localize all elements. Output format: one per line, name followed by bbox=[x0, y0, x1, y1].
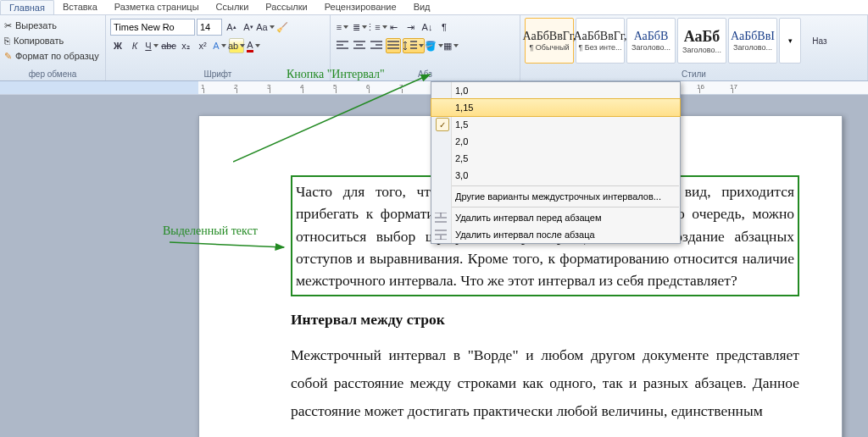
styles-gallery: АаБбВвГг,¶ ОбычныйАаБбВвГг,¶ Без инте...… bbox=[525, 18, 863, 64]
tab-references[interactable]: Ссылки bbox=[208, 0, 258, 14]
highlight-icon[interactable]: ab bbox=[229, 38, 244, 53]
remove-before-icon bbox=[435, 213, 447, 223]
styles-more[interactable]: ▾ bbox=[779, 18, 801, 64]
borders-icon[interactable]: ▦ bbox=[443, 38, 459, 53]
group-clipboard: ✂Вырезать ⎘Копировать ✎Формат по образцу… bbox=[0, 15, 106, 80]
align-justify-icon[interactable] bbox=[386, 38, 401, 53]
dd-more-options[interactable]: Другие варианты междустрочных интервалов… bbox=[431, 188, 680, 205]
bullets-icon[interactable]: ≡ bbox=[335, 19, 350, 35]
grow-font-icon[interactable]: A▴ bbox=[224, 19, 239, 35]
dd-spacing-1_0[interactable]: 1,0 bbox=[431, 82, 680, 99]
change-styles[interactable]: Наз bbox=[803, 18, 837, 64]
dd-spacing-2_0[interactable]: 2,0 bbox=[431, 133, 680, 150]
heading[interactable]: Интервал между строк bbox=[291, 308, 799, 330]
group-styles: АаБбВвГг,¶ ОбычныйАаБбВвГг,¶ Без инте...… bbox=[520, 15, 868, 80]
tab-home[interactable]: Главная bbox=[0, 0, 54, 14]
shrink-font-icon[interactable]: A▾ bbox=[241, 19, 256, 35]
style-item-0[interactable]: АаБбВвГг,¶ Обычный bbox=[525, 18, 574, 64]
show-marks-icon[interactable]: ¶ bbox=[437, 19, 452, 35]
clear-formatting-icon[interactable]: 🧹 bbox=[275, 19, 290, 35]
increase-indent-icon[interactable]: ⇥ bbox=[403, 19, 418, 35]
ribbon: ✂Вырезать ⎘Копировать ✎Формат по образцу… bbox=[0, 15, 868, 81]
multilevel-icon[interactable]: ⋮≡ bbox=[369, 19, 384, 35]
style-item-3[interactable]: АаБбЗаголово... bbox=[677, 18, 726, 64]
align-right-icon[interactable] bbox=[369, 38, 384, 53]
copy-button[interactable]: ⎘Копировать bbox=[4, 33, 101, 48]
style-item-1[interactable]: АаБбВвГг,¶ Без инте... bbox=[576, 18, 625, 64]
tab-review[interactable]: Рецензирование bbox=[316, 0, 405, 14]
style-item-2[interactable]: АаБбВЗаголово... bbox=[626, 18, 676, 64]
scissors-icon: ✂ bbox=[4, 20, 12, 31]
tab-mailings[interactable]: Рассылки bbox=[257, 0, 315, 14]
remove-after-icon bbox=[435, 230, 447, 240]
align-center-icon[interactable] bbox=[352, 38, 367, 53]
group-label-clipboard: фер обмена bbox=[4, 69, 101, 80]
check-icon: ✓ bbox=[436, 118, 449, 131]
format-painter-button[interactable]: ✎Формат по образцу bbox=[4, 48, 101, 64]
shading-icon[interactable]: 🪣 bbox=[426, 38, 442, 53]
strike-button[interactable]: abc bbox=[161, 38, 176, 53]
svg-line-1 bbox=[170, 242, 284, 247]
align-left-icon[interactable] bbox=[335, 38, 350, 53]
numbering-icon[interactable]: ≣ bbox=[352, 19, 367, 35]
dd-remove-after[interactable]: Удалить интервал после абзаца bbox=[431, 226, 680, 243]
dd-spacing-3_0[interactable]: 3,0 bbox=[431, 167, 680, 184]
dd-remove-before[interactable]: Удалить интервал перед абзацем bbox=[431, 209, 680, 226]
svg-line-0 bbox=[233, 75, 430, 162]
dd-spacing-1_5[interactable]: 1,5✓ bbox=[431, 116, 680, 133]
copy-icon: ⎘ bbox=[4, 36, 10, 46]
arrow-to-interval-button bbox=[233, 73, 437, 166]
decrease-indent-icon[interactable]: ⇤ bbox=[386, 19, 401, 35]
ribbon-tabs: Главная Вставка Разметка страницы Ссылки… bbox=[0, 0, 868, 15]
style-item-4[interactable]: АаБбВвІЗаголово... bbox=[728, 18, 777, 64]
italic-button[interactable]: К bbox=[127, 38, 142, 53]
annotation-interval-button: Кнопка "Интервал" bbox=[287, 68, 385, 81]
dd-spacing-1_15[interactable]: 1,15 bbox=[431, 98, 681, 117]
line-spacing-dropdown: 1,01,151,5✓2,02,53,0 Другие варианты меж… bbox=[431, 81, 681, 244]
body-paragraph[interactable]: Межстрочный интервал в "Ворде" и любом д… bbox=[291, 341, 799, 426]
annotation-selected-text: Выделенный текст bbox=[163, 224, 258, 238]
arrow-to-selected-text bbox=[170, 237, 288, 254]
tab-page-layout[interactable]: Разметка страницы bbox=[106, 0, 208, 14]
font-size-select[interactable] bbox=[197, 19, 222, 36]
font-color-icon[interactable]: A bbox=[246, 38, 261, 53]
tab-view[interactable]: Вид bbox=[405, 0, 439, 14]
text-effects-icon[interactable]: A bbox=[212, 38, 227, 53]
underline-button[interactable]: Ч bbox=[144, 38, 159, 53]
cut-button[interactable]: ✂Вырезать bbox=[4, 18, 101, 33]
sort-icon[interactable]: A↓ bbox=[420, 19, 435, 35]
bold-button[interactable]: Ж bbox=[110, 38, 125, 53]
tab-insert[interactable]: Вставка bbox=[54, 0, 106, 14]
change-case-icon[interactable]: Aa bbox=[258, 19, 273, 35]
subscript-button[interactable]: x₂ bbox=[178, 38, 193, 53]
font-name-select[interactable] bbox=[110, 19, 195, 36]
line-spacing-button[interactable] bbox=[403, 38, 425, 53]
group-label-styles: Стили bbox=[525, 69, 863, 80]
dd-spacing-2_5[interactable]: 2,5 bbox=[431, 150, 680, 167]
superscript-button[interactable]: x² bbox=[195, 38, 210, 53]
brush-icon: ✎ bbox=[4, 51, 12, 62]
